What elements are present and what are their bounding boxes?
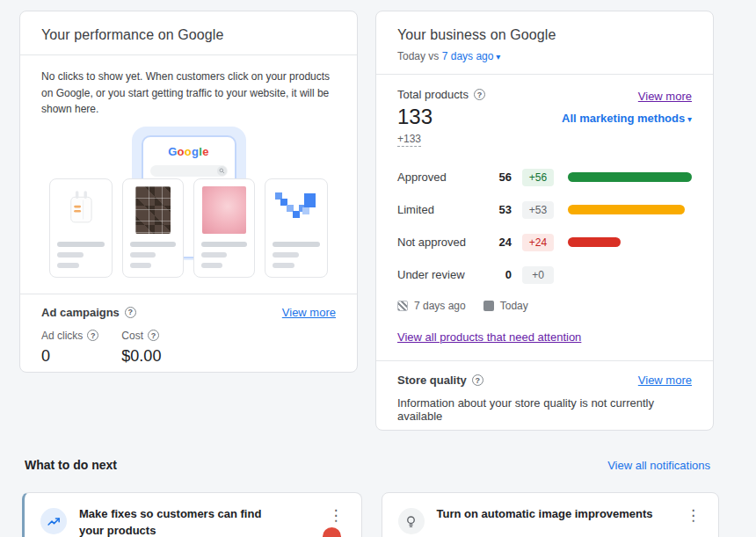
- placeholder-line: [57, 252, 84, 258]
- total-products-value: 133: [397, 105, 485, 129]
- help-icon[interactable]: [148, 330, 159, 341]
- google-logo-text: Google: [143, 145, 235, 158]
- legend-label: Today: [500, 300, 528, 312]
- placeholder-line: [273, 263, 294, 268]
- placeholder-line: [130, 242, 176, 247]
- merchant-dashboard: Your performance on Google No clicks to …: [0, 0, 756, 537]
- store-quality-view-more-link[interactable]: View more: [638, 374, 692, 387]
- more-options-icon[interactable]: [680, 506, 706, 525]
- cost-label: Cost: [121, 330, 143, 342]
- products-view-more-link[interactable]: View more: [638, 90, 692, 103]
- marketing-methods-dropdown[interactable]: All marketing methods: [562, 112, 692, 125]
- placeholder-line: [273, 242, 320, 247]
- illustration-search-bar: [150, 165, 228, 177]
- status-row-under-review: Under review 0 +0: [397, 258, 692, 291]
- performance-empty-message: No clicks to show yet. When customers cl…: [41, 69, 336, 118]
- search-icon: [217, 166, 227, 176]
- status-bar: [568, 172, 692, 182]
- store-quality-label: Store quality: [397, 374, 467, 387]
- ad-campaigns-title: Ad campaigns: [41, 306, 136, 319]
- legend-item-7-days-ago: 7 days ago: [397, 300, 466, 312]
- status-label: Limited: [397, 203, 489, 216]
- performance-card: Your performance on Google No clicks to …: [19, 11, 358, 373]
- todo-section-title: What to do next: [25, 458, 117, 472]
- business-card: Your business on Google Today vs 7 days …: [375, 11, 714, 431]
- legend-item-today: Today: [483, 300, 528, 312]
- status-bar: [568, 205, 685, 214]
- business-card-header: Your business on Google Today vs 7 days …: [376, 11, 713, 74]
- status-value: 0: [489, 268, 512, 281]
- lightbulb-icon: [398, 508, 425, 534]
- help-icon[interactable]: [474, 89, 485, 100]
- more-options-icon[interactable]: [323, 506, 349, 525]
- status-label: Approved: [397, 171, 489, 184]
- performance-card-header: Your performance on Google: [20, 11, 357, 54]
- todo-card-image-improvements[interactable]: Turn on automatic image improvements: [382, 492, 720, 537]
- todo-card-label: Make fixes so customers can find your pr…: [79, 506, 287, 537]
- total-products-label: Total products: [397, 88, 469, 101]
- solid-swatch-icon: [483, 301, 494, 311]
- product-status-list: Approved 56 +56 Limited 53 +53 Not appro…: [397, 161, 692, 291]
- status-bar-track: [568, 270, 692, 279]
- status-bar-track: [568, 172, 692, 182]
- legend-label: 7 days ago: [414, 300, 466, 312]
- alert-badge-icon: [323, 527, 341, 537]
- status-value: 53: [489, 203, 512, 216]
- delta-badge: +24: [522, 234, 554, 251]
- product-card: [122, 178, 184, 278]
- status-bar-track: [568, 205, 692, 214]
- hatched-swatch-icon: [397, 301, 408, 311]
- status-label: Under review: [397, 268, 489, 281]
- status-bar: [568, 237, 621, 247]
- total-products-delta[interactable]: +133: [397, 133, 421, 147]
- placeholder-line: [273, 252, 299, 258]
- total-products-block: Total products 133 +133: [397, 88, 485, 147]
- product-image-pink: [202, 186, 246, 234]
- placeholder-line: [201, 263, 222, 268]
- delta-badge: +0: [522, 266, 554, 284]
- placeholder-line: [201, 252, 227, 258]
- status-row-limited: Limited 53 +53: [397, 193, 692, 226]
- cost-metric: Cost $0.00: [121, 330, 161, 366]
- trending-up-icon: [40, 508, 67, 534]
- view-all-notifications-link[interactable]: View all notifications: [607, 459, 710, 472]
- delta-badge: +53: [522, 201, 554, 219]
- product-image-charger: [58, 186, 104, 234]
- status-bar-track: [568, 237, 692, 247]
- delta-badge: +56: [522, 169, 554, 186]
- store-quality-message: Information about your store quality is …: [397, 396, 692, 423]
- help-icon[interactable]: [87, 330, 98, 341]
- help-icon[interactable]: [125, 307, 136, 318]
- chart-legend: 7 days ago Today: [397, 300, 692, 312]
- ad-clicks-metric: Ad clicks 0: [41, 330, 98, 366]
- product-image-photo-collage: [135, 186, 171, 234]
- view-attention-products-link[interactable]: View all products that need attention: [397, 330, 581, 344]
- placeholder-line: [57, 263, 79, 268]
- compare-prefix: Today vs: [397, 50, 439, 62]
- status-label: Not approved: [397, 236, 489, 249]
- performance-card-title: Your performance on Google: [41, 27, 336, 43]
- placeholder-line: [57, 242, 105, 247]
- placeholder-line: [201, 242, 247, 247]
- todo-card-make-fixes[interactable]: Make fixes so customers can find your pr…: [22, 492, 362, 537]
- product-card: [193, 178, 255, 278]
- placeholder-line: [130, 252, 156, 258]
- ad-campaigns-view-more-link[interactable]: View more: [282, 306, 336, 319]
- ad-clicks-value: 0: [41, 347, 98, 366]
- ad-clicks-label: Ad clicks: [41, 330, 83, 342]
- cost-value: $0.00: [121, 347, 161, 366]
- placeholder-line: [130, 263, 151, 268]
- help-icon[interactable]: [472, 374, 483, 386]
- status-row-not-approved: Not approved 24 +24: [397, 226, 692, 258]
- product-card: [49, 178, 113, 278]
- status-value: 56: [489, 171, 512, 184]
- search-results-illustration: Google: [41, 127, 336, 278]
- product-card: [265, 178, 328, 278]
- compare-period-dropdown[interactable]: 7 days ago: [442, 50, 501, 62]
- product-image-pixel-chart: [273, 186, 319, 234]
- ad-campaigns-label: Ad campaigns: [41, 306, 120, 319]
- todo-card-label: Turn on automatic image improvements: [437, 506, 653, 523]
- business-card-title: Your business on Google: [397, 27, 692, 43]
- product-cards-row: [49, 178, 328, 278]
- store-quality-title: Store quality: [397, 374, 483, 387]
